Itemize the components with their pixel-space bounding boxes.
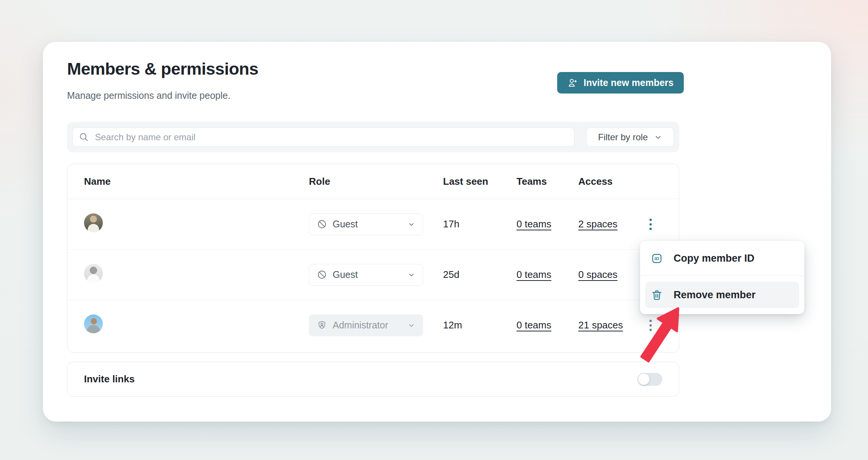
page-subtitle: Manage permissions and invite people.: [67, 90, 231, 101]
last-seen-value: 12m: [443, 319, 517, 331]
table-row: Guest 17h 0 teams 2 spaces: [67, 199, 679, 250]
search-input[interactable]: [94, 132, 574, 143]
teams-link[interactable]: 0 teams: [517, 218, 552, 230]
row-actions-kebab-button[interactable]: [643, 316, 658, 334]
role-select[interactable]: Guest: [309, 213, 423, 235]
invite-links-label: Invite links: [67, 373, 134, 385]
kebab-dot: [649, 324, 652, 327]
members-permissions-card: Members & permissions Manage permissions…: [43, 42, 831, 422]
id-badge-icon: ID: [651, 252, 663, 265]
spaces-link[interactable]: 2 spaces: [578, 218, 617, 230]
row-actions-kebab-button[interactable]: [643, 215, 658, 233]
role-value: Guest: [333, 269, 402, 280]
chevron-down-icon: [408, 271, 415, 279]
chevron-down-icon: [654, 133, 662, 141]
shield-person-icon: [317, 320, 327, 330]
kebab-dot: [649, 219, 652, 221]
menu-item-copy-member-id[interactable]: ID Copy member ID: [640, 241, 804, 276]
invite-button-label: Invite new members: [584, 77, 674, 88]
page-title: Members & permissions: [67, 59, 258, 79]
kebab-dot: [649, 329, 652, 331]
column-header-last-seen: Last seen: [443, 176, 517, 187]
ban-icon: [317, 270, 327, 280]
spaces-link[interactable]: 0 spaces: [578, 269, 617, 280]
search-field[interactable]: [72, 127, 575, 147]
ban-icon: [317, 219, 327, 229]
column-header-role: Role: [309, 176, 443, 187]
last-seen-value: 17h: [443, 218, 517, 230]
filter-by-role-dropdown[interactable]: Filter by role: [586, 127, 674, 147]
kebab-dot: [649, 228, 652, 230]
svg-text:ID: ID: [655, 256, 659, 261]
avatar: [84, 213, 103, 232]
page-background: Members & permissions Manage permissions…: [0, 0, 868, 460]
kebab-dot: [649, 320, 652, 322]
search-icon: [79, 132, 89, 142]
column-header-name: Name: [67, 176, 309, 187]
role-value: Administrator: [333, 320, 402, 331]
invite-links-card: Invite links: [67, 362, 679, 397]
search-toolbar: Filter by role: [67, 122, 679, 152]
column-header-teams: Teams: [517, 176, 578, 187]
toggle-knob: [638, 374, 649, 385]
kebab-dot: [649, 223, 652, 225]
last-seen-value: 25d: [443, 269, 517, 281]
menu-item-remove-member[interactable]: Remove member: [645, 282, 799, 308]
members-table: Name Role Last seen Teams Access Guest: [67, 164, 679, 353]
table-row: Administrator 12m 0 teams 21 spaces: [67, 300, 679, 350]
teams-link[interactable]: 0 teams: [517, 319, 552, 331]
role-select[interactable]: Guest: [309, 264, 423, 286]
menu-item-remove-member-wrap: Remove member: [640, 276, 804, 314]
invite-new-members-button[interactable]: Invite new members: [557, 72, 684, 94]
invite-links-toggle[interactable]: [637, 373, 662, 386]
menu-item-label: Remove member: [674, 289, 756, 301]
person-plus-icon: [567, 78, 578, 88]
teams-link[interactable]: 0 teams: [517, 269, 552, 280]
role-value: Guest: [333, 219, 402, 230]
table-row: Guest 25d 0 teams 0 spaces: [67, 250, 679, 300]
avatar: [84, 314, 103, 333]
member-actions-menu: ID Copy member ID Remove member: [640, 241, 804, 314]
role-select[interactable]: Administrator: [309, 314, 423, 336]
filter-by-role-label: Filter by role: [598, 132, 648, 143]
table-header-row: Name Role Last seen Teams Access: [67, 164, 679, 199]
chevron-down-icon: [408, 221, 415, 228]
column-header-access: Access: [578, 176, 639, 187]
avatar: [84, 264, 103, 283]
trash-icon: [651, 289, 663, 301]
spaces-link[interactable]: 21 spaces: [578, 319, 623, 331]
menu-item-label: Copy member ID: [674, 253, 755, 264]
chevron-down-icon: [408, 322, 415, 329]
